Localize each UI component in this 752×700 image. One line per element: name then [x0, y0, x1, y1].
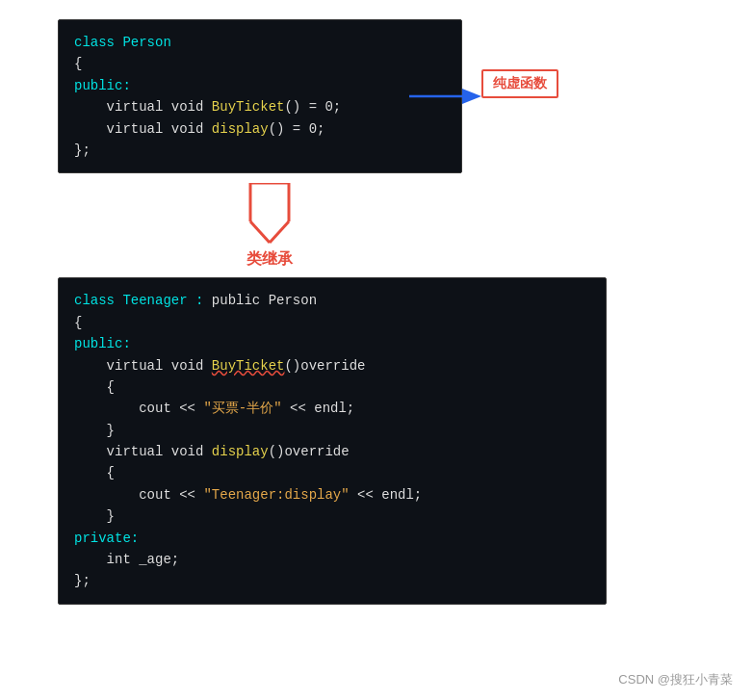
- watermark: CSDN @搜狂小青菜: [618, 671, 733, 688]
- inheritance-arrow: [226, 183, 313, 246]
- page-container: class Person{public: virtual void BuyTic…: [0, 0, 752, 700]
- top-code-block: class Person{public: virtual void BuyTic…: [58, 19, 462, 173]
- pure-virtual-label: 纯虚函数: [481, 69, 558, 98]
- inheritance-area: 类继承: [173, 183, 366, 270]
- svg-marker-1: [462, 89, 481, 104]
- svg-line-6: [270, 221, 289, 243]
- bottom-code-block: class Teenager : public Person{public: v…: [58, 277, 607, 604]
- svg-line-5: [250, 221, 270, 243]
- inheritance-label: 类继承: [246, 249, 293, 270]
